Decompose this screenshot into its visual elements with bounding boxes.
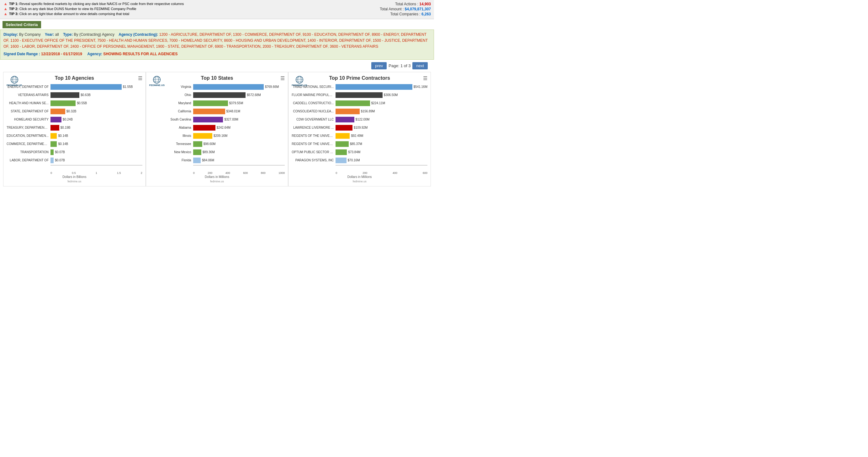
bar-value: $224.11M (371, 102, 385, 105)
x-axis-label: 400 (393, 171, 397, 174)
bar-area: $1.55B (51, 84, 143, 90)
x-axis-label: 1000 (278, 171, 285, 174)
tips-left: 🔺 TIP 1: Reveal specific federal markets… (3, 2, 380, 17)
bar-value: $122.00M (355, 118, 369, 121)
tips-section: 🔺 TIP 1: Reveal specific federal markets… (0, 0, 434, 19)
bar-fill (51, 158, 54, 163)
bar-row: TRANSPORTATION$0.07B (7, 149, 143, 156)
bar-label: CADDELL CONSTRUCTIO... (291, 102, 336, 105)
x-axis-label: 600 (243, 171, 248, 174)
chart3-header: FEDMINE.US Top 10 Prime Contractors ☰ (291, 75, 427, 81)
bar-value: $89.36M (203, 150, 215, 154)
fedmine-globe-icon2 (152, 75, 161, 84)
bar-fill (336, 101, 370, 106)
bar-area: $348.01M (193, 109, 285, 114)
bar-value: $0.32B (66, 110, 76, 113)
chart2-menu-icon[interactable]: ☰ (280, 75, 285, 81)
bar-value: $0.55B (77, 102, 87, 105)
chart3-menu-icon[interactable]: ☰ (423, 75, 427, 81)
bar-fill (336, 84, 412, 90)
bar-value: $0.07B (55, 159, 65, 162)
total-actions-value: 14,903 (419, 2, 431, 6)
bar-row: CDW GOVERNMENT LLC$122.00M (291, 116, 427, 123)
bar-value: $84.06M (202, 159, 214, 162)
fedmine-globe-icon3 (295, 75, 304, 84)
tip3-label: TIP 3: (9, 12, 19, 16)
bar-area: $224.11M (336, 101, 427, 106)
x-axis-label: 0 (51, 171, 52, 174)
bar-label: HOMELAND SECURITY (7, 118, 51, 121)
bar-row: Alabama$242.64M (149, 124, 285, 131)
bar-row: CADDELL CONSTRUCTIO...$224.11M (291, 100, 427, 107)
bar-area: $70.16M (336, 158, 427, 163)
bar-value: $327.00M (224, 118, 238, 121)
bar-fill (51, 133, 57, 139)
bar-label: Maryland (149, 102, 193, 105)
pagination-row: prev Page: 1 of 3 next (0, 60, 434, 72)
chart3-fedmine-logo: FEDMINE.US (291, 75, 307, 87)
page-info: Page: 1 of 3 (389, 63, 410, 68)
bar-label: FLUOR MARINE PROPULSI... (291, 93, 336, 97)
chart2-x-title: Dollars in Millions (149, 175, 285, 179)
total-actions-label: Total Actions : (395, 2, 418, 6)
bar-area: $85.37M (336, 141, 427, 147)
date-value: 12/22/2018 - 01/17/2019 (41, 52, 82, 56)
chart1-bars: ENERGY, DEPARTMENT OF$1.55BVETERANS AFFA… (7, 84, 143, 171)
bar-fill (51, 109, 65, 114)
type-value: By (Contracting) Agency (74, 32, 115, 37)
bar-label: LABOR, DEPARTMENT OF (7, 159, 51, 162)
bar-value: $98.60M (204, 142, 216, 146)
bar-fill (193, 101, 228, 106)
chart3-x-title: Dollars in Millions (291, 175, 427, 179)
chart2-header: FEDMINE.US Top 10 States ☰ (149, 75, 285, 81)
tip1-text: TIP 1: Reveal specific federal markets b… (9, 2, 184, 6)
bar-row: VETERANS AFFAIRS$0.63B (7, 92, 143, 98)
chart3-footer: fedmine.us (291, 180, 427, 183)
bar-row: OPTUM PUBLIC SECTOR S...$73.84M (291, 149, 427, 156)
bar-value: $348.01M (226, 110, 240, 113)
tip2-text: TIP 2: Click on any dark blue DUNS Numbe… (9, 7, 136, 11)
bar-label: TRANSPORTATION (7, 150, 51, 154)
total-amount-label: Total Amount : (380, 7, 404, 11)
bar-fill (336, 109, 360, 114)
bar-fill (193, 92, 246, 98)
date-range-row: Signed Date Range : 12/22/2018 - 01/17/2… (3, 52, 431, 56)
chart3-bars: TRIAD NATIONAL SECURI...$541.16MFLUOR MA… (291, 84, 427, 171)
bar-fill (193, 158, 201, 163)
total-companies-value: 6,263 (422, 12, 431, 16)
prev-button[interactable]: prev (371, 62, 386, 69)
tip1-icon: 🔺 (3, 2, 8, 6)
bar-row: FLUOR MARINE PROPULSI...$306.50M (291, 92, 427, 98)
x-axis-label: 800 (261, 171, 266, 174)
x-axis-label: 200 (208, 171, 212, 174)
bar-label: California (149, 110, 193, 113)
next-button[interactable]: next (412, 62, 428, 69)
bar-fill (51, 92, 79, 98)
bar-fill (51, 141, 57, 147)
bar-label: TREASURY, DEPARTMENT OF (7, 126, 51, 129)
bar-area: $769.66M (193, 84, 285, 90)
bar-row: PARAGON SYSTEMS, INC$70.16M (291, 157, 427, 164)
x-axis-label: 1 (96, 171, 97, 174)
bar-row: Virginia$769.66M (149, 84, 285, 90)
chart1-footer: fedmine.us (7, 180, 143, 183)
bar-area: $0.14B (51, 141, 143, 147)
bar-area: $122.00M (336, 117, 427, 122)
bar-area: $0.24B (51, 117, 143, 122)
bar-row: ENERGY, DEPARTMENT OF$1.55B (7, 84, 143, 90)
bar-value: $85.37M (350, 142, 362, 146)
x-axis-label: 200 (363, 171, 367, 174)
bar-row: CONSOLIDATED NUCLEA...$156.89M (291, 108, 427, 115)
chart1-menu-icon[interactable]: ☰ (138, 75, 143, 81)
bar-label: PARAGON SYSTEMS, INC (291, 159, 336, 162)
chart1-header: FEDMINE.US Top 10 Agencies ☰ (7, 75, 143, 81)
bar-label: VETERANS AFFAIRS (7, 93, 51, 97)
bar-row: STATE, DEPARTMENT OF$0.32B (7, 108, 143, 115)
bar-label: Tennessee (149, 142, 193, 146)
bar-area: $0.63B (51, 92, 143, 98)
bar-label: OPTUM PUBLIC SECTOR S... (291, 150, 336, 154)
bar-row: COMMERCE, DEPARTMEN...$0.14B (7, 141, 143, 147)
charts-container: FEDMINE.US Top 10 Agencies ☰ ENERGY, DEP… (0, 72, 434, 193)
bar-label: REGENTS OF THE UNIVER... (291, 142, 336, 146)
bar-fill (51, 117, 61, 122)
